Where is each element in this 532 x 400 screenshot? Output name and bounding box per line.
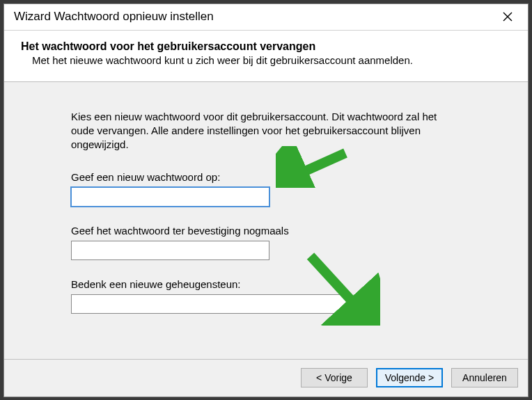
next-button[interactable]: Volgende > [376, 368, 443, 387]
header-subheading: Met het nieuwe wachtwoord kunt u zich we… [21, 54, 511, 66]
titlebar: Wizard Wachtwoord opnieuw instellen [4, 4, 528, 31]
new-password-input[interactable] [71, 187, 269, 207]
close-button[interactable] [493, 6, 522, 27]
new-password-label: Geef een nieuw wachtwoord op: [71, 171, 508, 183]
wizard-content: Kies een nieuw wachtwoord voor dit gebru… [4, 82, 528, 359]
intro-text: Kies een nieuw wachtwoord voor dit gebru… [71, 110, 461, 152]
close-icon [503, 12, 513, 22]
cancel-button[interactable]: Annuleren [451, 368, 518, 387]
wizard-header: Het wachtwoord voor het gebruikersaccoun… [4, 31, 528, 82]
wizard-dialog: Wizard Wachtwoord opnieuw instellen Het … [3, 3, 529, 397]
confirm-password-label: Geef het wachtwoord ter bevestiging nogm… [71, 225, 508, 237]
hint-input[interactable] [71, 294, 350, 314]
wizard-footer: < Vorige Volgende > Annuleren [4, 359, 528, 397]
confirm-password-input[interactable] [71, 241, 269, 260]
back-button[interactable]: < Vorige [301, 368, 368, 387]
header-heading: Het wachtwoord voor het gebruikersaccoun… [21, 40, 511, 53]
window-title: Wizard Wachtwoord opnieuw instellen [14, 10, 493, 24]
hint-label: Bedenk een nieuwe geheugensteun: [71, 278, 508, 290]
